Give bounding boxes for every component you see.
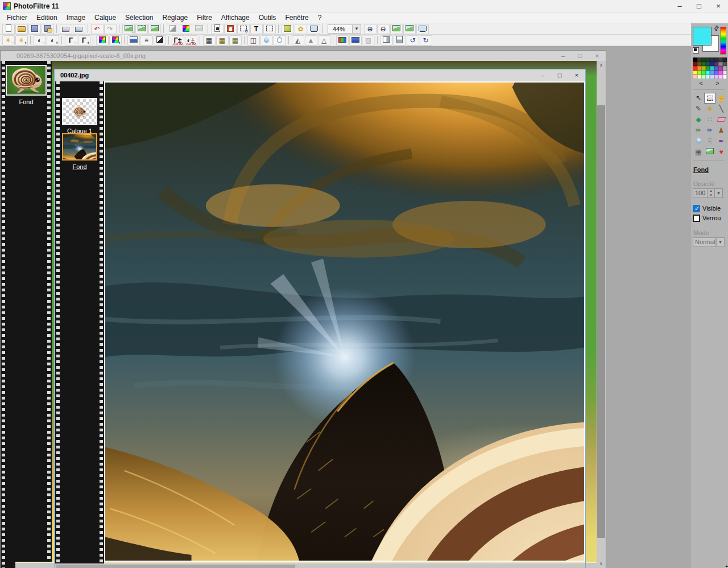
menu-item-fentre[interactable]: Fenêtre	[280, 13, 313, 23]
blur-button[interactable]	[260, 35, 273, 46]
visible-checkbox[interactable]	[693, 205, 700, 212]
levels-button[interactable]: ≡	[140, 35, 153, 46]
palette-color-swatch[interactable]	[723, 71, 727, 75]
palette-color-swatch[interactable]	[714, 71, 719, 75]
palette-color-swatch[interactable]	[697, 62, 702, 67]
palette-color-swatch[interactable]	[718, 66, 723, 71]
zoom-auto-button[interactable]	[403, 24, 416, 34]
blend-mode-select[interactable]: Normal ▼	[693, 237, 725, 247]
zoom-level-value[interactable]: 44%	[328, 24, 353, 34]
zoom-level-combo[interactable]: 44%▼	[328, 24, 361, 34]
vertical-scroll-thumb[interactable]	[597, 105, 605, 538]
image-size-button[interactable]	[224, 24, 237, 34]
menu-item-edition[interactable]: Edition	[32, 13, 62, 23]
show-selection-button[interactable]	[263, 24, 276, 34]
paste-as-image-button[interactable]: ↓	[122, 24, 135, 34]
default-colors-icon[interactable]	[693, 47, 699, 53]
saturation-minus-button[interactable]: −	[96, 35, 109, 46]
arrow-tool[interactable]: ↖	[693, 93, 704, 104]
zoom-out-button[interactable]: ⊖	[377, 24, 390, 34]
palette-color-swatch[interactable]	[723, 66, 727, 71]
rgb-screen-button[interactable]	[336, 35, 349, 46]
swap-colors-icon[interactable]: ⇄	[712, 24, 721, 33]
gamma-plus-button[interactable]: Γ+	[78, 35, 90, 46]
palette-color-swatch[interactable]	[701, 75, 706, 79]
foreground-minimize-button[interactable]: –	[534, 72, 551, 79]
palette-color-swatch[interactable]	[718, 62, 723, 67]
menu-item-rglage[interactable]: Réglage	[158, 13, 192, 23]
duplicate-image-button[interactable]	[211, 24, 224, 34]
palette-color-swatch[interactable]	[693, 75, 697, 79]
palette-color-swatch[interactable]	[718, 75, 723, 79]
palette-color-swatch[interactable]	[710, 71, 714, 75]
palette-color-swatch[interactable]	[718, 57, 723, 62]
brush-tool[interactable]: ✏	[693, 125, 704, 136]
menu-item-calque[interactable]: Calque	[90, 13, 121, 23]
palette-color-swatch[interactable]	[697, 66, 702, 71]
opacity-spinner[interactable]: ▲▼	[708, 188, 715, 198]
palette-color-swatch[interactable]	[706, 71, 710, 75]
negative-button[interactable]	[154, 35, 166, 46]
sharpen-more-button[interactable]: △	[318, 35, 330, 46]
opacity-input[interactable]: 100	[693, 188, 708, 198]
menu-item-image[interactable]: Image	[62, 13, 90, 23]
scroll-up-arrow-icon[interactable]: ∧	[597, 61, 606, 69]
blue-screen-button[interactable]	[349, 35, 362, 46]
palette-color-swatch[interactable]	[701, 66, 706, 71]
photomasque-button[interactable]: ✿	[295, 24, 307, 34]
new-file-button[interactable]	[2, 24, 15, 34]
document-window-foreground[interactable]: 00402.jpg – □ × Calque 1 Fond	[54, 69, 586, 568]
background-layer-thumbnail[interactable]	[6, 65, 47, 96]
palette-color-swatch[interactable]	[714, 57, 719, 62]
menu-item-affichage[interactable]: Affichage	[217, 13, 254, 23]
magic-wand-tool[interactable]: ★	[704, 104, 715, 114]
rotate-left-button[interactable]: ↺	[407, 35, 419, 46]
palette-color-swatch[interactable]	[706, 62, 710, 67]
background-maximize-button[interactable]: □	[572, 52, 589, 59]
canvas-size-button[interactable]	[237, 24, 250, 34]
sharpen-button[interactable]: ▲	[305, 35, 317, 46]
fill-tool[interactable]: ◆	[693, 114, 704, 125]
relief-button[interactable]: ◭	[292, 35, 304, 46]
zoom-in-button[interactable]: ⊕	[364, 24, 377, 34]
menu-item-fichier[interactable]: Fichier	[2, 13, 32, 23]
paste-special-button[interactable]	[135, 24, 148, 34]
foreground-horizontal-scrollbar[interactable]	[55, 563, 585, 568]
fullscreen-button[interactable]	[416, 24, 429, 34]
contrast-minus-button[interactable]: ◐−	[34, 35, 46, 46]
smudge-tool[interactable]: ☟	[704, 136, 715, 147]
soften-button[interactable]: ◫	[247, 35, 260, 46]
lock-checkbox[interactable]	[693, 215, 700, 222]
palette-prev-button[interactable]: <	[695, 80, 708, 87]
advanced-brush-tool[interactable]: ✏+	[704, 125, 715, 136]
dust-filter-button[interactable]: ▦	[203, 35, 216, 46]
auto-contrast-button[interactable]: ◐±AUTO	[185, 35, 197, 46]
blur-more-button[interactable]	[274, 35, 286, 46]
selection-tool[interactable]	[704, 93, 715, 104]
hand-tool[interactable]: ☝	[715, 93, 727, 104]
palette-color-swatch[interactable]	[723, 62, 727, 67]
gamma-minus-button[interactable]: Γ−	[65, 35, 77, 46]
opacity-dropdown-chevron[interactable]: ▼	[715, 188, 723, 198]
zoom-combo-chevron-icon[interactable]: ▼	[353, 24, 361, 34]
app-maximize-button[interactable]: □	[689, 0, 709, 12]
palette-next-button[interactable]: >	[712, 80, 724, 87]
text-tool-button[interactable]: T	[250, 24, 263, 34]
menu-item-slection[interactable]: Sélection	[121, 13, 158, 23]
indexed-colors-button[interactable]	[180, 24, 192, 34]
app-titlebar[interactable]: PhotoFiltre 11 – □ ×	[0, 0, 728, 13]
palette-color-swatch[interactable]	[693, 62, 697, 67]
background-vertical-scrollbar[interactable]: ∧ ∨	[597, 61, 606, 568]
contrast-plus-button[interactable]: ◐+	[47, 35, 59, 46]
retouch-tool[interactable]	[704, 147, 715, 158]
layer-thumbnail-fond[interactable]	[62, 133, 97, 160]
open-button[interactable]	[15, 24, 28, 34]
line-tool[interactable]: ╲	[715, 104, 727, 114]
save-as-button[interactable]	[42, 24, 54, 34]
foreground-maximize-button[interactable]: □	[551, 72, 568, 79]
hue-gradient-bar[interactable]	[720, 27, 726, 55]
palette-color-swatch[interactable]	[697, 57, 702, 62]
copy-image-button[interactable]	[148, 24, 161, 34]
pattern-tool[interactable]: ▦	[693, 147, 704, 158]
explorer-button[interactable]	[282, 24, 294, 34]
